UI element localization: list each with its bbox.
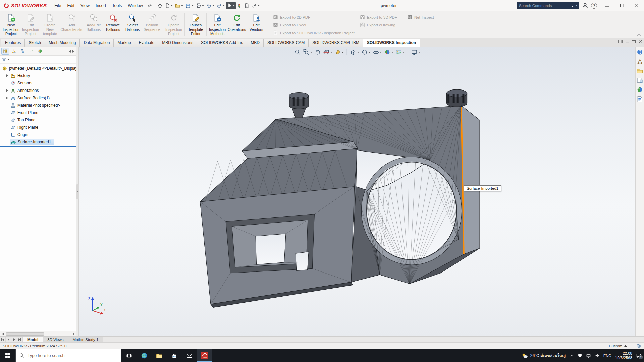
- new-document-button[interactable]: [164, 2, 174, 9]
- dock-right-icon[interactable]: [618, 40, 623, 43]
- scrollbar-thumb[interactable]: [6, 332, 44, 336]
- view-orientation-button[interactable]: [349, 48, 360, 56]
- filter-dropdown-icon[interactable]: [7, 59, 9, 60]
- volume-icon[interactable]: [595, 353, 600, 358]
- previous-tab-button[interactable]: [6, 337, 11, 342]
- display-style-button[interactable]: [361, 48, 371, 56]
- next-tab-button[interactable]: [11, 337, 17, 342]
- command-search-box[interactable]: [517, 2, 579, 9]
- tab-data-migration[interactable]: Data Migration: [79, 39, 114, 47]
- dropdown-caret-icon[interactable]: [368, 52, 370, 53]
- menu-view[interactable]: View: [77, 2, 93, 10]
- close-button[interactable]: [629, 0, 644, 11]
- dropdown-caret-icon[interactable]: [310, 52, 312, 53]
- scrollbar-track[interactable]: [5, 331, 71, 337]
- rebuild-button[interactable]: [236, 2, 243, 9]
- previous-view-button[interactable]: [314, 48, 321, 56]
- first-tab-button[interactable]: [0, 337, 6, 342]
- dropdown-caret-icon[interactable]: [341, 52, 343, 53]
- minimize-button[interactable]: [600, 0, 614, 11]
- options-gear-button[interactable]: [251, 2, 261, 9]
- dropdown-caret-icon[interactable]: [391, 52, 393, 53]
- file-explorer-icon[interactable]: [637, 68, 643, 74]
- unit-system-selector[interactable]: Custom: [609, 344, 627, 348]
- menu-insert[interactable]: Insert: [93, 2, 109, 10]
- custom-properties-icon[interactable]: [637, 96, 643, 102]
- action-center-button[interactable]: 2: [636, 353, 641, 358]
- tab-sketch[interactable]: Sketch: [24, 39, 45, 47]
- tab-markup[interactable]: Markup: [113, 39, 135, 47]
- apply-scene-button[interactable]: [395, 48, 405, 56]
- appearances-scenes-icon[interactable]: [637, 86, 643, 93]
- tab-3d-views[interactable]: 3D Views: [43, 337, 68, 342]
- dropdown-caret-icon[interactable]: [418, 52, 420, 53]
- doc-minimize-icon[interactable]: [626, 40, 629, 43]
- open-button[interactable]: [174, 2, 184, 9]
- maximize-button[interactable]: [614, 0, 629, 11]
- tab-solidworks-cam[interactable]: SOLIDWORKS CAM: [263, 39, 309, 47]
- task-view-button[interactable]: [121, 349, 137, 362]
- doc-restore-icon[interactable]: [632, 40, 636, 43]
- dropdown-caret-icon[interactable]: [357, 52, 359, 53]
- selected-tree-item[interactable]: Surface-Imported1: [10, 139, 54, 145]
- expand-caret-icon[interactable]: [6, 74, 8, 77]
- splitter-grip[interactable]: [76, 184, 79, 199]
- tab-mesh-modeling[interactable]: Mesh Modeling: [45, 39, 80, 47]
- design-library-icon[interactable]: [637, 58, 643, 65]
- ribbon-button-edit-inspection-methods[interactable]: Edit Inspection Methods: [208, 12, 227, 37]
- tree-item-front-plane[interactable]: Front Plane: [0, 109, 76, 116]
- tab-motion-study-1[interactable]: Motion Study 1: [68, 337, 103, 342]
- tab-evaluate[interactable]: Evaluate: [135, 39, 158, 47]
- ribbon-button-select-balloons[interactable]: Select Balloons: [123, 12, 142, 37]
- panel-splitter[interactable]: [76, 47, 79, 336]
- start-button[interactable]: [0, 349, 15, 362]
- dropdown-caret-icon[interactable]: [330, 52, 332, 53]
- solidworks-resources-icon[interactable]: [637, 49, 643, 55]
- view-palette-icon[interactable]: [637, 77, 643, 83]
- view-settings-button[interactable]: [410, 48, 421, 56]
- language-indicator[interactable]: ENG: [603, 354, 611, 358]
- tab-mbd[interactable]: MBD: [247, 39, 264, 47]
- pin-menu-icon[interactable]: [147, 2, 153, 9]
- help-icon[interactable]: ?: [591, 3, 597, 9]
- tree-item-surface-imported1[interactable]: Surface-Imported1: [0, 138, 76, 146]
- search-scope-dropdown-icon[interactable]: [575, 5, 577, 6]
- ribbon-button-edit-vendors[interactable]: Edit Vendors: [247, 12, 266, 37]
- ribbon-button-launch-template-editor[interactable]: Launch Template Editor: [186, 12, 205, 37]
- scroll-left-icon[interactable]: [0, 331, 5, 337]
- panel-tab-scroll-right-icon[interactable]: [72, 50, 74, 53]
- zoom-to-fit-button[interactable]: [293, 48, 301, 56]
- command-search-input[interactable]: [519, 4, 568, 8]
- menu-window[interactable]: Window: [125, 2, 146, 10]
- tree-item-origin[interactable]: Origin: [0, 131, 76, 138]
- ribbon-button-new-inspection-project[interactable]: New Inspection Project: [1, 12, 21, 37]
- tab-model[interactable]: Model: [23, 337, 43, 342]
- scroll-right-icon[interactable]: [71, 331, 76, 337]
- menu-file[interactable]: File: [51, 2, 64, 10]
- rollback-bar[interactable]: [0, 146, 76, 147]
- tree-item-material[interactable]: Material <not specified>: [0, 102, 76, 109]
- undo-button[interactable]: [205, 2, 215, 9]
- expand-caret-icon[interactable]: [6, 89, 8, 92]
- dropdown-caret-icon[interactable]: [402, 52, 405, 53]
- tree-item-top-plane[interactable]: Top Plane: [0, 116, 76, 124]
- file-explorer-taskbar-icon[interactable]: [152, 349, 167, 362]
- tab-solidworks-cam-tbm[interactable]: SOLIDWORKS CAM TBM: [308, 39, 363, 47]
- expand-caret-icon[interactable]: [6, 97, 8, 99]
- tree-item-annotations[interactable]: Annotations: [0, 87, 76, 94]
- display-device-icon[interactable]: [586, 353, 591, 358]
- microsoft-store-icon[interactable]: [167, 349, 182, 362]
- file-properties-button[interactable]: [243, 2, 250, 9]
- property-manager-tab[interactable]: [10, 48, 18, 55]
- dropdown-caret-icon[interactable]: [380, 52, 382, 53]
- tab-features[interactable]: Features: [1, 39, 25, 47]
- section-view-button[interactable]: [322, 48, 333, 56]
- dimxpert-manager-tab[interactable]: [28, 48, 35, 55]
- edge-browser-icon[interactable]: [137, 349, 152, 362]
- user-account-icon[interactable]: [582, 2, 588, 9]
- tree-item-right-plane[interactable]: Right Plane: [0, 124, 76, 131]
- panel-tab-scroll-left-icon[interactable]: [69, 50, 71, 53]
- ribbon-button-edit-operations[interactable]: Edit Operations: [227, 12, 247, 37]
- model-faces[interactable]: [200, 106, 479, 308]
- show-hidden-icons-chevron[interactable]: [569, 353, 574, 358]
